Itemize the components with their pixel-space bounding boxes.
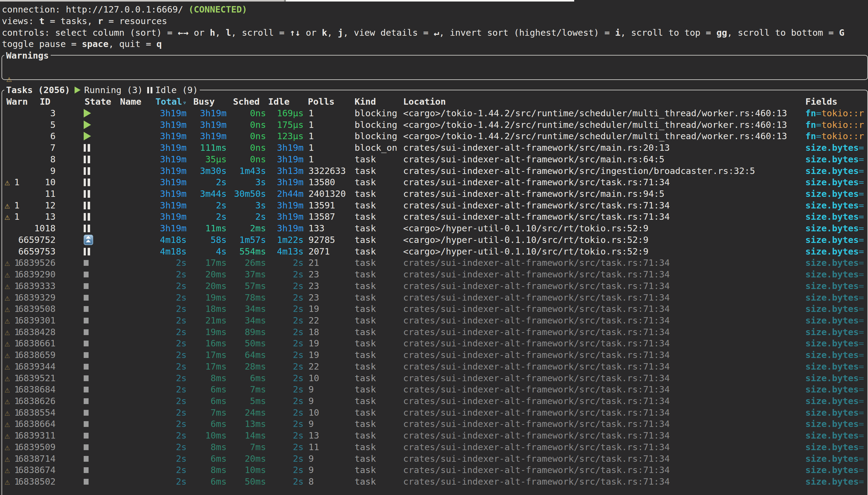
- idle-duration-value: 2s: [293, 281, 304, 291]
- task-row[interactable]: ⚠168393012s21ms34ms2s22taskcrates/sui-in…: [0, 314, 868, 326]
- task-row[interactable]: 33h19m3h19m0ns169µs1blocking<cargo>/toki…: [0, 107, 868, 119]
- column-header-label: Sched: [233, 97, 260, 107]
- polls-value: 9: [308, 396, 314, 406]
- total-duration: 3h19m: [134, 165, 187, 177]
- idle-duration-value: 1m22s: [277, 235, 304, 245]
- idle-duration: 3h19m: [268, 200, 304, 211]
- fields-cell: size.bytes=: [805, 246, 864, 257]
- field-equals: =: [859, 166, 864, 176]
- tab-inactive[interactable]: [0, 0, 284, 1]
- task-row[interactable]: 63h19m3h19m0ns123µs1blocking<cargo>/toki…: [0, 130, 868, 142]
- task-row[interactable]: ⚠168395082s18ms34ms2s19taskcrates/sui-in…: [0, 303, 868, 314]
- task-row[interactable]: 73h19m111ms0ns3h19m1block_oncrates/sui-i…: [0, 142, 868, 154]
- kind-value: task: [355, 454, 376, 464]
- paused-icon: [84, 156, 90, 163]
- location-value: crates/sui-indexer-alt-framework/src/tas…: [403, 476, 670, 487]
- warning-triangle-icon: ⚠: [4, 465, 10, 475]
- column-header-state[interactable]: State: [85, 96, 111, 107]
- task-row[interactable]: ⚠168387142s6ms20ms2s9taskcrates/sui-inde…: [0, 453, 868, 464]
- task-row[interactable]: ⚠168386842s6ms7ms2s9taskcrates/sui-index…: [0, 383, 868, 395]
- sched-duration-value: 3s: [255, 177, 266, 187]
- column-header-name[interactable]: Name: [120, 96, 141, 107]
- task-row[interactable]: ⚠168395262s17ms26ms2s21taskcrates/sui-in…: [0, 257, 868, 269]
- column-header-sched[interactable]: Sched: [233, 96, 260, 107]
- kind-value: block_on: [355, 142, 397, 153]
- kind-value: task: [355, 373, 376, 383]
- fields-cell: size.bytes=: [805, 326, 864, 338]
- task-row[interactable]: ⚠168393112s10ms14ms2s13taskcrates/sui-in…: [0, 430, 868, 441]
- idle-duration: 2s: [268, 407, 304, 419]
- task-row[interactable]: ⚠168386642s6ms13ms2s9taskcrates/sui-inde…: [0, 418, 868, 430]
- location-value: crates/sui-indexer-alt-framework/src/ing…: [403, 166, 755, 176]
- task-row[interactable]: ⚠1103h19m2s3s3h19m13580taskcrates/sui-in…: [0, 176, 868, 188]
- completed-icon: [84, 260, 88, 266]
- field-equals: =: [859, 338, 864, 348]
- total-duration: 2s: [134, 280, 187, 292]
- column-header-warn[interactable]: Warn: [6, 96, 28, 107]
- task-row[interactable]: ⚠168386742s8ms10ms2s9taskcrates/sui-inde…: [0, 464, 868, 476]
- column-header-location[interactable]: Location: [403, 96, 446, 107]
- task-id-value: 6839333: [18, 281, 55, 291]
- column-header-id[interactable]: ID: [40, 96, 50, 107]
- sched-duration-value: 10ms: [245, 465, 266, 475]
- task-row[interactable]: ⚠168384282s19ms89ms2s18taskcrates/sui-in…: [0, 326, 868, 338]
- task-row[interactable]: 83h19m35µs0ns3h19m1taskcrates/sui-indexe…: [0, 154, 868, 165]
- total-duration: 4m18s: [134, 234, 187, 246]
- column-header-fields[interactable]: Fields: [805, 96, 837, 107]
- warn-cell: ⚠1: [4, 338, 19, 349]
- task-row[interactable]: ⚠168393332s20ms57ms2s23taskcrates/sui-in…: [0, 280, 868, 292]
- task-row[interactable]: ⚠168386262s6ms5ms2s9taskcrates/sui-index…: [0, 395, 868, 407]
- task-row[interactable]: 113h19m3m44s30m50s2h44m2401320taskcrates…: [0, 188, 868, 200]
- warn-cell: ⚠1: [4, 476, 19, 488]
- task-row[interactable]: 10183h19m11ms2ms3h19m133task<cargo>/hype…: [0, 222, 868, 234]
- task-id: 6838714: [18, 453, 55, 464]
- busy-duration: 19ms: [191, 326, 227, 338]
- task-id: 6659753: [18, 246, 55, 257]
- task-row[interactable]: ⚠168393292s19ms78ms2s23taskcrates/sui-in…: [0, 292, 868, 303]
- busy-duration: 6ms: [191, 383, 227, 395]
- task-row[interactable]: ⚠168386612s16ms50ms2s19taskcrates/sui-in…: [0, 338, 868, 349]
- task-row[interactable]: 93h19m3m30s1m43s3h13m3322633taskcrates/s…: [0, 165, 868, 177]
- task-row[interactable]: ⚠168385022s6ms50ms2s8taskcrates/sui-inde…: [0, 476, 868, 488]
- location-value: crates/sui-indexer-alt-framework/src/tas…: [403, 200, 670, 210]
- task-row[interactable]: ⚠168395092s8ms7ms2s11taskcrates/sui-inde…: [0, 441, 868, 453]
- warn-cell: ⚠1: [4, 407, 19, 419]
- state-cell: [84, 222, 97, 234]
- column-header-busy[interactable]: Busy: [193, 96, 215, 107]
- busy-duration-value: 17ms: [205, 361, 227, 372]
- task-row[interactable]: ⚠168395212s8ms6ms2s10taskcrates/sui-inde…: [0, 372, 868, 384]
- warning-triangle-icon: ⚠: [4, 177, 10, 187]
- busy-duration-value: 2s: [216, 200, 227, 210]
- field-key: size.bytes: [805, 246, 859, 257]
- task-row[interactable]: 66597524m18s58s1m57s1m22s92785task<cargo…: [0, 234, 868, 246]
- column-header-idle[interactable]: Idle: [268, 96, 289, 107]
- column-header-polls[interactable]: Polls: [308, 96, 334, 107]
- task-row[interactable]: ⚠168392902s20ms37ms2s23taskcrates/sui-in…: [0, 269, 868, 280]
- column-header-kind[interactable]: Kind: [355, 96, 376, 107]
- task-row[interactable]: 53h19m3h19m0ns175µs1blocking<cargo>/toki…: [0, 119, 868, 131]
- location-cell: crates/sui-indexer-alt-framework/src/tas…: [403, 407, 670, 419]
- task-row[interactable]: ⚠168393442s17ms28ms2s22taskcrates/sui-in…: [0, 361, 868, 372]
- location-value: crates/sui-indexer-alt-framework/src/tas…: [403, 338, 670, 348]
- field-equals: =: [816, 131, 821, 141]
- column-header-total[interactable]: Total▿: [155, 96, 187, 107]
- total-duration: 3h19m: [134, 222, 187, 234]
- busy-duration-value: 20ms: [205, 281, 227, 291]
- kind-value: task: [355, 258, 376, 268]
- task-row[interactable]: 66597534m18s4s554ms4m13s2071task<cargo>/…: [0, 246, 868, 257]
- field-key: size.bytes: [805, 350, 859, 360]
- paused-icon: [84, 167, 90, 175]
- tab-active[interactable]: [286, 0, 574, 1]
- task-row[interactable]: ⚠1133h19m2s2s3h19m13587taskcrates/sui-in…: [0, 211, 868, 222]
- location-value: crates/sui-indexer-alt-framework/src/tas…: [403, 407, 670, 418]
- location-cell: crates/sui-indexer-alt-framework/src/tas…: [403, 464, 670, 476]
- total-duration-value: 2s: [176, 361, 187, 372]
- task-row[interactable]: ⚠1123h19m2s3s3h19m13591taskcrates/sui-in…: [0, 200, 868, 211]
- busy-duration: 17ms: [191, 349, 227, 361]
- location-value: <cargo>/tokio-1.44.2/src/runtime/schedul…: [403, 131, 787, 141]
- busy-duration-value: 8ms: [211, 373, 227, 383]
- state-cell: [84, 280, 97, 292]
- task-row[interactable]: ⚠168385542s7ms24ms2s10taskcrates/sui-ind…: [0, 407, 868, 419]
- sched-duration: 34ms: [230, 303, 266, 314]
- task-row[interactable]: ⚠168386592s17ms64ms2s19taskcrates/sui-in…: [0, 349, 868, 361]
